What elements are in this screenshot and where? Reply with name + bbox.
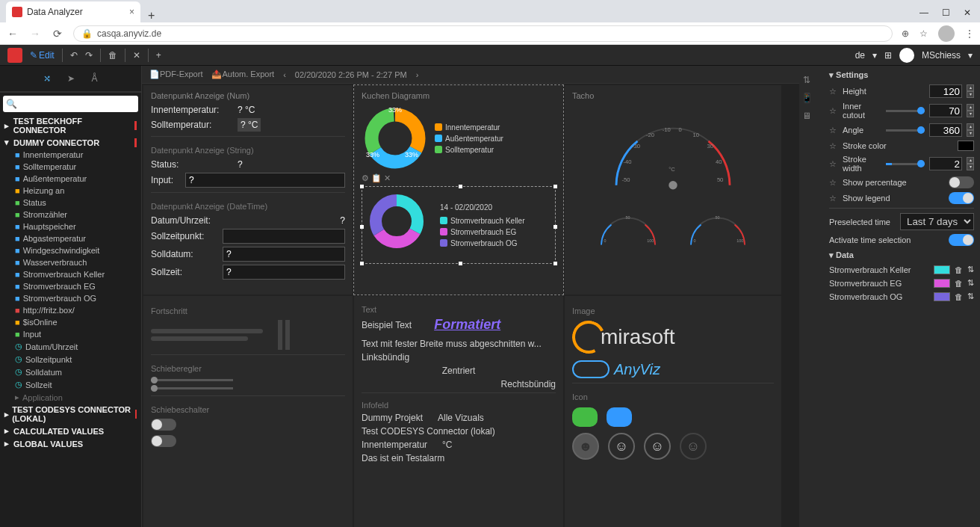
add-button[interactable]: + — [156, 50, 161, 61]
tab-connect-icon[interactable]: ⤭ — [43, 73, 51, 84]
tab-nav-icon[interactable]: ➤ — [67, 73, 75, 84]
selected-donut[interactable]: 14 - 02/20/2020 Stromverbrauch KellerStr… — [362, 186, 556, 264]
reorder-icon[interactable]: ⇅ — [967, 292, 974, 301]
height-input[interactable] — [929, 84, 962, 98]
tree-leaf[interactable]: ▸ Application — [0, 391, 141, 404]
tree-leaf[interactable]: ■ Input — [0, 328, 141, 340]
redo-button[interactable]: ↷ — [85, 50, 93, 61]
minimize-icon[interactable]: — — [919, 7, 928, 18]
svg-text:°C: °C — [669, 166, 675, 173]
angle-input[interactable] — [929, 123, 962, 137]
stroke-color-swatch[interactable] — [958, 141, 974, 151]
tree-group[interactable]: ▸CALCULATED VALUES — [0, 425, 141, 437]
menu-icon[interactable]: ⋮ — [965, 28, 974, 39]
cutout-input[interactable] — [929, 104, 962, 117]
close-window-icon[interactable]: ✕ — [964, 7, 971, 18]
back-button[interactable]: ← — [6, 28, 19, 40]
tree-group[interactable]: ▾DUMMY CONNECTOR — [0, 136, 141, 149]
tree-group[interactable]: ▸TEST CODESYS CONNECTOR (LOKAL) — [0, 404, 141, 425]
tree-leaf[interactable]: ■ Heizung an — [0, 185, 141, 197]
new-tab-button[interactable]: + — [140, 9, 162, 22]
tree-leaf[interactable]: ■ Status — [0, 197, 141, 209]
user-name[interactable]: MSchiess — [922, 50, 961, 61]
reload-button[interactable]: ⟳ — [51, 28, 64, 40]
input-field[interactable] — [185, 173, 345, 188]
data-header[interactable]: ▾ Data — [829, 250, 974, 260]
drag-handle-icon[interactable]: ⇅ — [803, 75, 810, 85]
reorder-icon[interactable]: ⇅ — [967, 265, 974, 274]
address-bar[interactable]: 🔒 casqa.anyviz.de — [73, 25, 893, 42]
browser-tab[interactable]: Data Analyzer × — [6, 1, 140, 22]
tab-tools-icon[interactable]: Å — [91, 73, 97, 84]
delete-series-icon[interactable]: 🗑 — [955, 265, 963, 274]
spinner[interactable]: ▴▾ — [967, 84, 974, 98]
tree-group[interactable]: ▸GLOBAL VALUES — [0, 437, 141, 450]
profile-avatar[interactable] — [938, 25, 955, 42]
tree-leaf[interactable]: ■ Solltemperatur — [0, 161, 141, 173]
show-legend-toggle[interactable] — [949, 192, 974, 204]
strokewidth-slider[interactable] — [886, 163, 925, 165]
tree-leaf[interactable]: ■ Stromverbrauch Keller — [0, 268, 141, 280]
tree-leaf[interactable]: ■ Wasserverbrauch — [0, 256, 141, 268]
chevron-down-icon[interactable]: ▾ — [872, 50, 877, 61]
extension-icon[interactable]: ⊕ — [902, 28, 909, 39]
dt-input[interactable] — [223, 247, 345, 262]
tree-leaf[interactable]: ■ Innentemperatur — [0, 149, 141, 161]
next-range-button[interactable]: › — [416, 70, 419, 79]
activate-time-toggle[interactable] — [949, 234, 974, 246]
series-color[interactable] — [934, 292, 950, 301]
mobile-icon[interactable]: 📱 — [801, 93, 813, 103]
chevron-down-icon[interactable]: ▾ — [968, 50, 973, 61]
tree-leaf[interactable]: ◷ Solldatum — [0, 366, 141, 378]
tree-leaf[interactable]: ■ Hauptspeicher — [0, 221, 141, 232]
tree-leaf[interactable]: ■ Außentemperatur — [0, 173, 141, 185]
toggle-switch[interactable] — [151, 435, 176, 447]
delete-series-icon[interactable]: 🗑 — [955, 279, 963, 288]
lang-selector[interactable]: de — [855, 50, 865, 61]
tree-leaf[interactable]: ■ Stromzähler — [0, 209, 141, 221]
tree-leaf[interactable]: ■ $isOnline — [0, 316, 141, 328]
maximize-icon[interactable]: ☐ — [942, 7, 950, 18]
edit-button[interactable]: ✎Edit — [30, 50, 55, 61]
tree-leaf[interactable]: ◷ Datum/Uhrzeit — [0, 340, 141, 353]
tree-leaf[interactable]: ■ http://fritz.box/ — [0, 304, 141, 316]
close-tab-icon[interactable]: × — [129, 7, 134, 17]
reorder-icon[interactable]: ⇅ — [967, 278, 974, 288]
pdf-export-button[interactable]: 📄PDF-Export — [149, 70, 202, 79]
bookmark-icon[interactable]: ☆ — [919, 28, 928, 39]
user-avatar[interactable] — [899, 48, 914, 63]
tree-leaf[interactable]: ■ Windgeschwindigkeit — [0, 244, 141, 256]
delete-button[interactable]: 🗑 — [108, 50, 117, 61]
strokewidth-input[interactable] — [929, 157, 962, 170]
delete-series-icon[interactable]: 🗑 — [955, 292, 963, 301]
preselected-time-select[interactable]: Last 7 days — [900, 213, 974, 230]
undo-button[interactable]: ↶ — [70, 50, 78, 61]
show-pct-toggle[interactable] — [949, 176, 974, 188]
apps-icon[interactable]: ⊞ — [884, 50, 892, 61]
angle-slider[interactable] — [886, 129, 925, 132]
series-color[interactable] — [934, 265, 950, 274]
prev-range-button[interactable]: ‹ — [283, 70, 286, 79]
auto-export-button[interactable]: 📤Autom. Export — [211, 70, 274, 79]
series-color[interactable] — [934, 279, 950, 288]
dt-input[interactable] — [223, 229, 345, 244]
forward-button[interactable]: → — [28, 28, 42, 40]
desktop-icon[interactable]: 🖥 — [802, 111, 811, 121]
tree-leaf[interactable]: ◷ Sollzeit — [0, 378, 141, 391]
toggle-switch[interactable] — [151, 419, 176, 431]
tree-leaf[interactable]: ◷ Sollzeitpunkt — [0, 353, 141, 366]
tree-leaf[interactable]: ■ Stromverbrauch EG — [0, 280, 141, 292]
tree-leaf[interactable]: ■ Stromverbrauch OG — [0, 292, 141, 304]
slider[interactable] — [151, 387, 233, 389]
slider[interactable] — [151, 379, 233, 381]
tree-group[interactable]: ▸TEST BECKHOFF CONNECTOR — [0, 115, 141, 136]
panel-pie[interactable]: Kuchen Diagramm 33% 33% 33% Innentempera… — [354, 85, 563, 295]
cutout-slider[interactable] — [886, 110, 925, 112]
search-input[interactable]: 🔍 — [3, 96, 138, 112]
close-button[interactable]: ✕ — [133, 50, 140, 61]
dt-input[interactable] — [223, 265, 345, 280]
scrollbar[interactable] — [814, 66, 823, 527]
tree-leaf[interactable]: ■ Abgastemperatur — [0, 232, 141, 244]
time-range[interactable]: 02/20/2020 2:26 PM - 2:27 PM — [295, 70, 407, 79]
settings-header[interactable]: ▾ Settings — [829, 70, 974, 80]
